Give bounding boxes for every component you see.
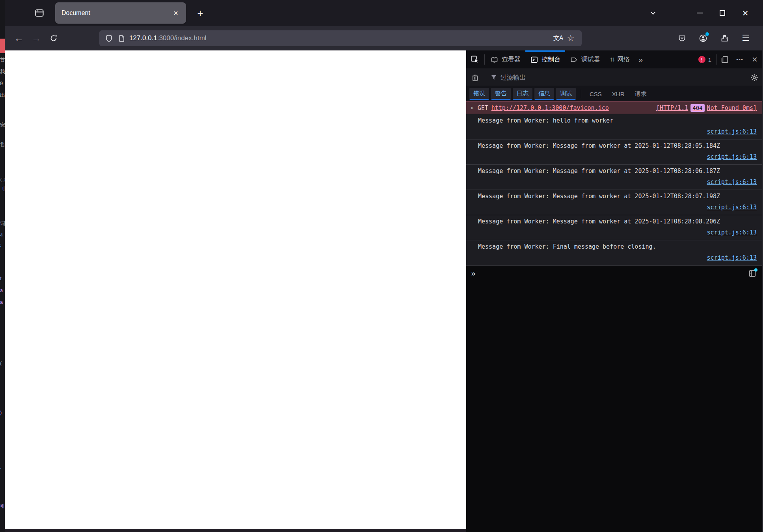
pocket-icon: [678, 34, 686, 43]
url-path: :3000/index.html: [157, 34, 207, 42]
filter-output-input[interactable]: [501, 74, 698, 81]
filter-xhr-button[interactable]: XHR: [612, 91, 625, 97]
devtools-panel: 查看器 控制台 调试器: [466, 50, 763, 532]
responsive-design-mode-button[interactable]: [717, 50, 732, 69]
reload-button[interactable]: [47, 31, 61, 45]
filter-debug-button[interactable]: 调试: [556, 88, 576, 100]
translate-icon: 文A: [553, 34, 563, 43]
tab-bar: Document × + ×: [5, 0, 763, 26]
background-window-strip: 首 我 9 出 安 售 〇 刂 词 4 : t a a ( ) . 引: [0, 0, 5, 532]
console-input-row[interactable]: »: [466, 266, 762, 281]
source-location-link[interactable]: script.js:6:13: [707, 153, 757, 160]
tab-console[interactable]: 控制台: [525, 50, 565, 69]
filter-css-button[interactable]: CSS: [590, 91, 602, 97]
url-domain: 127.0.0.1: [129, 34, 157, 42]
account-button[interactable]: [696, 31, 710, 45]
extensions-button[interactable]: [717, 31, 731, 45]
firefox-view-icon: [34, 8, 45, 18]
console-message-text: Message from Worker: Message from worker…: [478, 167, 757, 175]
filter-warnings-button[interactable]: 警告: [491, 88, 511, 100]
separator: [716, 54, 716, 65]
console-output: ▶ GET http://127.0.0.1:3000/favicon.ico …: [466, 101, 762, 466]
url-text[interactable]: 127.0.0.1:3000/index.html: [129, 34, 552, 42]
source-location-link[interactable]: script.js:6:13: [707, 229, 757, 236]
window-controls: ×: [688, 0, 763, 26]
window-close-button[interactable]: ×: [734, 2, 757, 24]
url-bar[interactable]: 127.0.0.1:3000/index.html 文A ☆: [99, 30, 582, 46]
tab-debugger-label: 调试器: [581, 56, 600, 64]
spacer: [647, 50, 698, 69]
background-window-accent: [0, 39, 5, 53]
console-message-text: Message from Worker: Message from worker…: [478, 218, 757, 225]
star-icon: ☆: [567, 33, 575, 43]
tab-network[interactable]: ↑↓ 网络: [605, 50, 635, 69]
pick-element-button[interactable]: [466, 50, 484, 69]
console-prompt-icon: »: [471, 269, 476, 278]
debugger-icon: [570, 56, 578, 64]
translate-button[interactable]: 文A: [552, 32, 564, 45]
more-tabs-button[interactable]: »: [635, 50, 647, 69]
shield-permissions-icon[interactable]: [105, 34, 113, 43]
funnel-icon: [490, 74, 497, 81]
console-settings-wrap: [740, 69, 762, 86]
editor-mode-toggle-button[interactable]: [746, 268, 758, 279]
console-icon: [530, 56, 538, 64]
navbar-right-icons: ☰: [675, 31, 763, 45]
list-all-tabs-button[interactable]: [644, 5, 662, 21]
new-tab-button[interactable]: +: [192, 5, 208, 21]
hamburger-menu-icon: ☰: [742, 33, 750, 43]
console-message-row: Message from Worker: Message from worker…: [466, 165, 762, 190]
error-badge-icon: !: [698, 56, 705, 63]
source-location-link[interactable]: script.js:6:13: [707, 179, 757, 186]
source-location-link[interactable]: script.js:6:13: [707, 128, 757, 135]
console-message-text: Message from Worker: hello from worker: [478, 117, 757, 124]
separator: [484, 54, 485, 65]
devtools-menu-button[interactable]: •••: [732, 50, 747, 69]
filter-info-button[interactable]: 信息: [534, 88, 554, 100]
filter-requests-button[interactable]: 请求: [635, 90, 647, 98]
responsive-design-icon: [720, 55, 729, 64]
forward-button[interactable]: →: [29, 31, 43, 45]
gear-icon: [750, 73, 759, 82]
firefox-view-button[interactable]: [29, 4, 50, 22]
page-info-icon[interactable]: [118, 34, 125, 43]
maximize-button[interactable]: [711, 2, 734, 24]
devtools-close-button[interactable]: ×: [747, 50, 762, 69]
page-viewport[interactable]: [5, 50, 466, 529]
pocket-button[interactable]: [675, 31, 689, 45]
app-menu-button[interactable]: ☰: [739, 31, 753, 45]
back-button[interactable]: ←: [12, 31, 26, 45]
console-message-text: Message from Worker: Message from worker…: [478, 193, 757, 200]
console-message-row: Message from Worker: Message from worker…: [466, 140, 762, 165]
source-location-link[interactable]: script.js:6:13: [707, 254, 757, 261]
console-message-row: Message from Worker: Message from worker…: [466, 190, 762, 215]
clear-console-button[interactable]: [466, 73, 484, 82]
console-message-row: Message from Worker: Final message befor…: [466, 240, 762, 266]
tab-inspector[interactable]: 查看器: [486, 50, 525, 69]
expand-triangle-icon[interactable]: ▶: [471, 105, 474, 110]
console-message-text: Message from Worker: Final message befor…: [478, 243, 757, 250]
source-location-link[interactable]: script.js:6:13: [707, 204, 757, 211]
inspect-cursor-icon: [470, 55, 480, 64]
network-error-row[interactable]: ▶ GET http://127.0.0.1:3000/favicon.ico …: [466, 101, 762, 114]
bookmark-button[interactable]: ☆: [564, 32, 577, 45]
filter-logs-button[interactable]: 日志: [513, 88, 532, 100]
console-settings-button[interactable]: [746, 73, 762, 82]
status-prefix: [HTTP/1.1: [656, 104, 688, 112]
browser-tab[interactable]: Document ×: [55, 2, 186, 24]
error-counter[interactable]: ! 1: [698, 50, 715, 69]
request-status: [HTTP/1.1 404 Not Found 0ms]: [656, 104, 757, 112]
status-suffix: Not Found 0ms]: [707, 104, 757, 112]
console-filter-buttons: 错误 警告 日志 信息 调试 CSS XHR 请求: [466, 86, 762, 101]
console-empty-area[interactable]: [466, 281, 762, 466]
filter-errors-button[interactable]: 错误: [469, 88, 489, 100]
window-bottom-edge: [5, 529, 466, 532]
reload-icon: [49, 34, 58, 43]
chevron-down-icon: [649, 9, 657, 17]
minimize-button[interactable]: [688, 2, 711, 24]
tab-debugger[interactable]: 调试器: [565, 50, 605, 69]
tab-close-button[interactable]: ×: [170, 7, 181, 19]
devtools-toolbar: 查看器 控制台 调试器: [466, 50, 762, 69]
status-code-badge: 404: [690, 104, 704, 112]
request-url-link[interactable]: http://127.0.0.1:3000/favicon.ico: [491, 104, 609, 112]
